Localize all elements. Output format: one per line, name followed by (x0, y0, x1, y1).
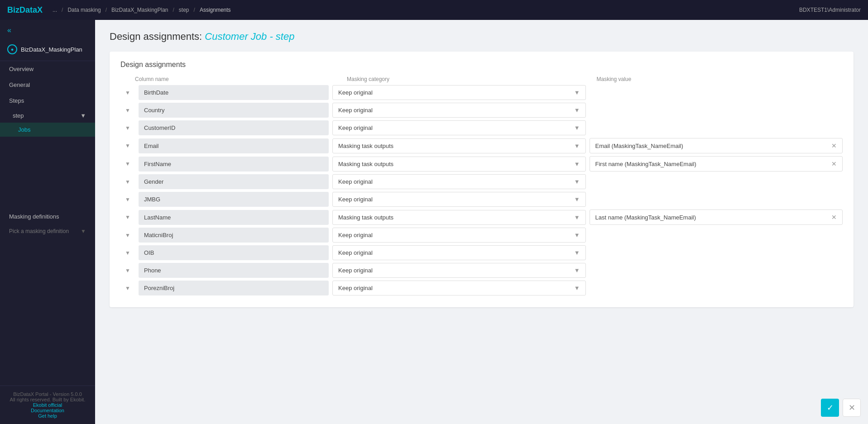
masking-cat-label: Keep original (338, 178, 373, 185)
masking-val-close-email[interactable]: ✕ (831, 142, 837, 149)
sidebar-back-button[interactable]: « (0, 20, 95, 41)
sidebar-item-jobs[interactable]: Jobs (0, 123, 95, 137)
row-chevron-gender[interactable]: ▼ (120, 179, 135, 185)
sidebar-item-steps[interactable]: Steps (0, 93, 95, 109)
column-name-field-country[interactable] (139, 103, 329, 118)
row-chevron-porezniBroj[interactable]: ▼ (120, 285, 135, 291)
masking-cat-arrow: ▼ (574, 107, 580, 114)
row-chevron-jmbg[interactable]: ▼ (120, 196, 135, 203)
sidebar: « ● BizDataX_MaskingPlan Overview Genera… (0, 20, 95, 424)
col-header-column-name: Column name (135, 76, 343, 82)
sidebar-masking-pick[interactable]: Pick a masking definition ▼ (0, 224, 95, 238)
masking-cat-label: Keep original (338, 232, 373, 238)
page-title-highlight: Customer Job - step (205, 31, 294, 42)
masking-category-select-country[interactable]: Keep original▼ (332, 103, 586, 118)
main-content: Design assignments: Customer Job - step … (95, 20, 868, 424)
topnav-left: BizDataX ... / Data masking / BizDataX_M… (7, 5, 231, 15)
footer-link-help[interactable]: Get help (7, 413, 88, 419)
table-row: ▼Keep original▼ (120, 228, 843, 243)
masking-val-text: Email (MaskingTask_NameEmail) (595, 143, 683, 149)
masking-cat-arrow: ▼ (574, 178, 580, 185)
masking-cat-label: Keep original (338, 285, 373, 291)
row-chevron-phone[interactable]: ▼ (120, 267, 135, 274)
breadcrumb-sep-4: / (194, 7, 195, 13)
masking-category-select-jmbg[interactable]: Keep original▼ (332, 192, 586, 207)
breadcrumb-plan[interactable]: BizDataX_MaskingPlan (111, 7, 168, 13)
masking-category-select-maticnibroj[interactable]: Keep original▼ (332, 228, 586, 243)
masking-val-close-firstname[interactable]: ✕ (831, 160, 837, 167)
column-name-field-jmbg[interactable] (139, 192, 329, 207)
table-row: ▼Keep original▼ (120, 120, 843, 135)
table-row: ▼Keep original▼ (120, 245, 843, 260)
masking-val-text: First name (MaskingTask_NameEmail) (595, 161, 696, 167)
column-name-field-oib[interactable] (139, 245, 329, 260)
masking-category-select-oib[interactable]: Keep original▼ (332, 245, 586, 260)
cancel-button[interactable]: ✕ (843, 399, 861, 417)
masking-category-select-lastname[interactable]: Masking task outputs▼ (332, 210, 586, 225)
sidebar-steps-label: Steps (9, 97, 24, 104)
row-chevron-customerid[interactable]: ▼ (120, 125, 135, 131)
rows-container: ▼Keep original▼▼Keep original▼▼Keep orig… (120, 85, 843, 295)
column-name-field-maticnibroj[interactable] (139, 228, 329, 243)
sidebar-item-step[interactable]: step ▼ (0, 109, 95, 123)
plan-icon: ● (7, 44, 17, 54)
masking-val-close-lastname[interactable]: ✕ (831, 214, 837, 221)
breadcrumb-masking[interactable]: Data masking (67, 7, 101, 13)
footer-link-ekobit[interactable]: Ekobit official (7, 402, 88, 408)
column-name-field-birthdate[interactable] (139, 85, 329, 100)
table-row: ▼Masking task outputs▼Email (MaskingTask… (120, 138, 843, 153)
design-card: Design assignments Column name Masking c… (110, 52, 854, 307)
masking-category-select-email[interactable]: Masking task outputs▼ (332, 138, 586, 153)
row-chevron-firstname[interactable]: ▼ (120, 161, 135, 167)
masking-cat-arrow: ▼ (574, 124, 580, 131)
masking-pick-arrow: ▼ (81, 228, 86, 234)
sidebar-item-general[interactable]: General (0, 77, 95, 93)
sidebar-masking-label: Masking definitions (0, 209, 95, 224)
column-name-field-customerid[interactable] (139, 120, 329, 135)
topnav-user: BDXTEST1\Administrator (799, 7, 861, 13)
masking-category-select-porezniBroj[interactable]: Keep original▼ (332, 281, 586, 295)
sidebar-item-overview[interactable]: Overview (0, 61, 95, 77)
masking-category-select-birthdate[interactable]: Keep original▼ (332, 85, 586, 100)
breadcrumb-dots[interactable]: ... (53, 7, 57, 13)
design-card-title: Design assignments (120, 61, 843, 69)
breadcrumb-step[interactable]: step (179, 7, 189, 13)
masking-cat-label: Keep original (338, 89, 373, 96)
bottom-action-bar: ✓ ✕ (821, 399, 861, 417)
masking-category-select-firstname[interactable]: Masking task outputs▼ (332, 157, 586, 172)
row-chevron-oib[interactable]: ▼ (120, 250, 135, 256)
column-name-field-email[interactable] (139, 138, 329, 153)
masking-cat-label: Masking task outputs (338, 214, 393, 221)
masking-value-field-lastname: Last name (MaskingTask_NameEmail)✕ (590, 210, 843, 225)
masking-category-select-phone[interactable]: Keep original▼ (332, 263, 586, 278)
row-chevron-birthdate[interactable]: ▼ (120, 90, 135, 96)
masking-cat-label: Keep original (338, 124, 373, 131)
masking-cat-arrow: ▼ (574, 232, 580, 238)
topnav: BizDataX ... / Data masking / BizDataX_M… (0, 0, 868, 20)
logo-x: X (37, 5, 43, 15)
table-row: ▼Masking task outputs▼First name (Maskin… (120, 156, 843, 172)
masking-cat-label: Masking task outputs (338, 161, 393, 167)
breadcrumb-sep-2: / (106, 7, 107, 13)
sidebar-step-label: step (13, 112, 24, 119)
masking-category-select-gender[interactable]: Keep original▼ (332, 174, 586, 189)
column-name-field-lastname[interactable] (139, 210, 329, 225)
masking-category-select-customerid[interactable]: Keep original▼ (332, 120, 586, 135)
masking-cat-arrow: ▼ (574, 161, 580, 167)
masking-value-field-firstname: First name (MaskingTask_NameEmail)✕ (590, 156, 843, 172)
page-title: Design assignments: Customer Job - step (110, 31, 854, 43)
column-name-field-phone[interactable] (139, 263, 329, 278)
sidebar-nav: Overview General Steps step ▼ Jobs (0, 61, 95, 209)
confirm-button[interactable]: ✓ (821, 399, 839, 417)
masking-cat-label: Keep original (338, 107, 373, 114)
row-chevron-maticnibroj[interactable]: ▼ (120, 232, 135, 238)
footer-link-docs[interactable]: Documentation (7, 408, 88, 413)
column-name-field-firstname[interactable] (139, 157, 329, 172)
row-chevron-lastname[interactable]: ▼ (120, 214, 135, 220)
column-name-field-porezniBroj[interactable] (139, 281, 329, 295)
row-chevron-email[interactable]: ▼ (120, 143, 135, 149)
row-chevron-country[interactable]: ▼ (120, 107, 135, 114)
footer-version: BizDataX Portal - Version 5.0.0 (7, 391, 88, 397)
masking-pick-label: Pick a masking definition (9, 228, 69, 234)
column-name-field-gender[interactable] (139, 174, 329, 189)
